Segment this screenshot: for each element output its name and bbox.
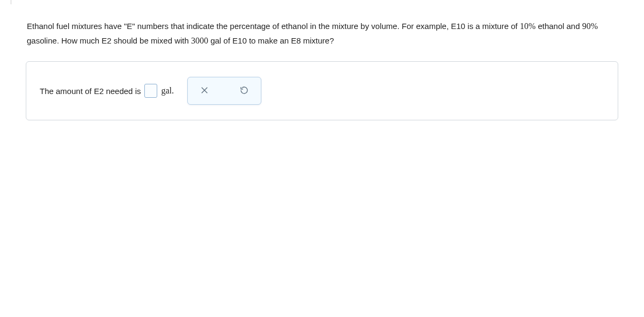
question-text: Ethanol fuel mixtures have "E" numbers t… xyxy=(0,0,644,61)
question-pct2: 90% xyxy=(582,21,598,31)
answer-prefix: The amount of E2 needed is xyxy=(40,87,141,96)
answer-input[interactable] xyxy=(144,84,157,98)
question-part4: gal of E10 to make an E8 mixture? xyxy=(208,36,334,45)
clear-button[interactable] xyxy=(197,83,211,99)
undo-icon xyxy=(239,85,249,97)
toolbar xyxy=(187,77,261,105)
answer-statement: The amount of E2 needed is gal. xyxy=(40,84,174,98)
question-part2: ethanol and xyxy=(536,21,582,31)
answer-unit: gal. xyxy=(161,86,174,96)
question-pct1: 10% xyxy=(520,21,536,31)
question-part1: Ethanol fuel mixtures have "E" numbers t… xyxy=(27,21,520,31)
question-val1: 3000 xyxy=(191,36,208,45)
question-part3: gasoline. How much E2 should be mixed wi… xyxy=(27,36,191,45)
reset-button[interactable] xyxy=(237,83,251,99)
x-icon xyxy=(200,85,209,97)
answer-box: The amount of E2 needed is gal. xyxy=(26,61,618,120)
